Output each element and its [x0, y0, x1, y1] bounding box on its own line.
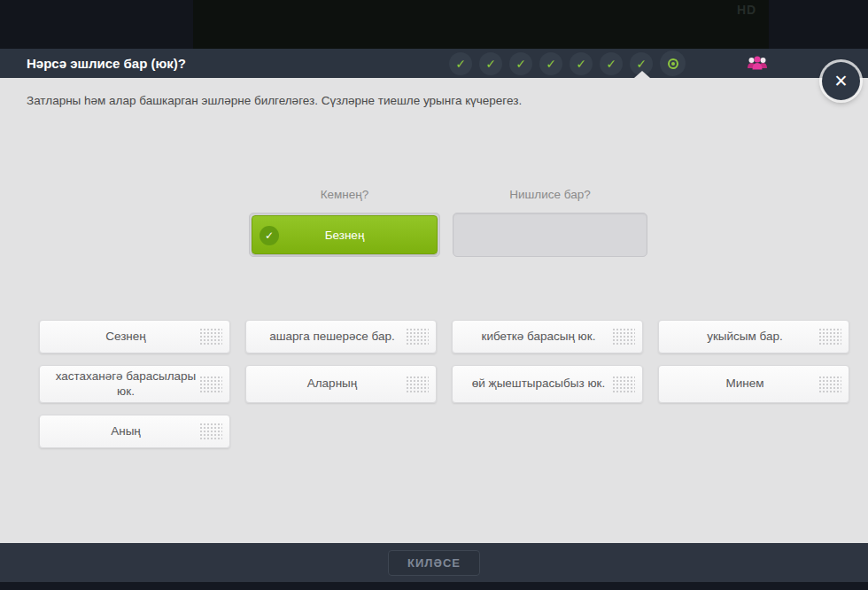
close-button[interactable]: ✕ — [822, 62, 860, 100]
drag-handle-icon[interactable] — [612, 376, 635, 393]
video-area — [193, 0, 769, 49]
group-people-icon[interactable] — [747, 54, 768, 74]
drag-handle-icon[interactable] — [818, 376, 841, 393]
drag-handle-icon[interactable] — [612, 328, 635, 345]
bottom-strip — [0, 582, 868, 590]
word-tile-label: ашарга пешерәсе бар. — [269, 330, 395, 345]
progress-check-icon[interactable]: ✓ — [570, 52, 593, 75]
active-step-pointer — [634, 71, 650, 78]
exercise-title: Нәрсә эшлисе бар (юк)? — [27, 49, 186, 78]
word-tile-label: Минем — [725, 377, 763, 392]
word-tile[interactable]: Минем — [658, 365, 849, 403]
correct-check-icon: ✓ — [260, 226, 279, 245]
progress-check-icon[interactable]: ✓ — [449, 52, 472, 75]
instruction-text: Затларны һәм алар башкарган эшләрне билг… — [27, 94, 522, 107]
target-ring — [668, 58, 678, 69]
word-tile[interactable]: укыйсым бар. — [658, 320, 849, 353]
progress-check-icon[interactable]: ✓ — [509, 52, 532, 75]
exercise-content: Затларны һәм алар башкарган эшләрне билг… — [0, 78, 868, 543]
word-tile-label: Сезнең — [105, 330, 146, 345]
word-tile[interactable]: ашарга пешерәсе бар. — [245, 320, 437, 353]
current-step-icon[interactable] — [660, 50, 686, 76]
word-tile-label: укыйсым бар. — [707, 330, 783, 345]
word-tile-label: Аның — [111, 424, 141, 439]
dropzone-right[interactable] — [453, 213, 647, 257]
exercise-header: Нәрсә эшлисе бар (юк)? ✓ ✓ ✓ ✓ ✓ ✓ ✓ — [0, 49, 868, 78]
drag-handle-icon[interactable] — [199, 376, 222, 393]
next-button[interactable]: КИЛӘСЕ — [388, 550, 480, 576]
column-label-right: Нишлисе бар? — [453, 188, 647, 201]
word-tile[interactable]: Аларның — [245, 365, 437, 403]
progress-check-icon[interactable]: ✓ — [479, 52, 502, 75]
hd-watermark: HD — [737, 3, 756, 17]
word-tile[interactable]: хастаханәгә барасылары юк. — [39, 365, 230, 403]
progress-check-icon[interactable]: ✓ — [539, 52, 562, 75]
drag-handle-icon[interactable] — [818, 328, 841, 345]
video-strip: HD — [0, 0, 868, 49]
word-tile-label: кибеткә барасың юк. — [482, 330, 596, 345]
drag-handle-icon[interactable] — [199, 328, 222, 345]
target-dot — [671, 62, 675, 66]
word-tile[interactable]: Сезнең — [39, 320, 230, 353]
word-tile[interactable]: өй җыештырасыбыз юк. — [452, 365, 643, 403]
column-label-left: Кемнең? — [249, 188, 440, 201]
word-tile[interactable]: Аның — [39, 415, 230, 448]
exercise-window: HD Нәрсә эшлисе бар (юк)? ✓ ✓ ✓ ✓ ✓ ✓ ✓ — [0, 0, 868, 590]
word-tile-label: хастаханәгә барасылары юк. — [52, 369, 199, 400]
word-tile-label: өй җыештырасыбыз юк. — [472, 377, 605, 392]
drag-handle-icon[interactable] — [199, 423, 222, 440]
drag-handle-icon[interactable] — [406, 376, 429, 393]
progress-check-icon[interactable]: ✓ — [600, 52, 623, 75]
word-tile[interactable]: кибеткә барасың юк. — [452, 320, 643, 353]
word-tile-label: Аларның — [307, 377, 358, 392]
dropzone-left[interactable]: ✓ Безнең — [249, 213, 440, 257]
answer-tile-correct[interactable]: ✓ Безнең — [252, 215, 438, 254]
footer-bar: КИЛӘСЕ — [0, 543, 868, 582]
answer-tile-label: Безнең — [325, 229, 365, 242]
drag-handle-icon[interactable] — [406, 328, 429, 345]
